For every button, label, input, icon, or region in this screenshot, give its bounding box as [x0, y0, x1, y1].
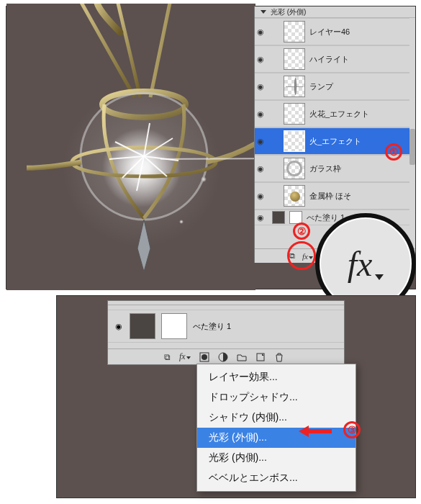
group-icon[interactable]	[237, 352, 247, 362]
visibility-eye-icon[interactable]: ◉	[256, 192, 265, 201]
layer-name[interactable]: ガラス枠	[309, 163, 407, 174]
red-circle-annotation	[287, 241, 316, 270]
layer-style-menu[interactable]: レイヤー効果... ドロップシャドウ... シャドウ (内側)... 光彩 (外…	[196, 364, 356, 492]
menu-item-inner-glow[interactable]: 光彩 (内側)...	[197, 448, 356, 468]
layer-name[interactable]: レイヤー46	[309, 27, 407, 37]
visibility-eye-icon[interactable]: ◉	[256, 82, 265, 91]
layers-panel-footer-zoom: ◉ べた塗り 1 ⧉ fx	[107, 300, 345, 365]
layer-list[interactable]: ◉ レイヤー46 ◉ ハイライト ◉ ランプ ◉ 火花_エフェクト ◉	[255, 18, 409, 248]
visibility-eye-icon[interactable]: ◉	[256, 55, 265, 64]
tutorial-badge-1: ①	[385, 143, 402, 161]
layer-thumbnail[interactable]	[284, 158, 305, 179]
menu-item-layer-effects[interactable]: レイヤー効果...	[197, 367, 356, 387]
menu-item-outer-glow[interactable]: 光彩 (外側)...	[197, 428, 356, 448]
svg-point-1	[81, 93, 207, 220]
tutorial-badge-3: ③	[343, 421, 361, 438]
visibility-eye-icon[interactable]: ◉	[114, 322, 124, 331]
scrollbar-thumb[interactable]	[409, 129, 415, 165]
new-layer-icon[interactable]	[255, 352, 266, 362]
svg-point-2	[72, 148, 216, 176]
layer-thumbnail[interactable]	[284, 76, 305, 97]
visibility-eye-icon[interactable]: ◉	[256, 213, 265, 222]
link-layers-icon[interactable]: ⧉	[164, 352, 171, 362]
visibility-eye-icon[interactable]: ◉	[256, 109, 265, 119]
bottom-illustration-frame: ◉ べた塗り 1 ⧉ fx レイヤー効果... ドロップシャドウ... シャドウ…	[56, 295, 416, 498]
layer-thumbnail[interactable]	[272, 211, 285, 224]
layer-thumbnail[interactable]	[284, 130, 305, 152]
effect-header-label: 光彩 (外側)	[271, 7, 306, 17]
disclosure-triangle-icon[interactable]	[261, 10, 266, 14]
svg-point-4	[202, 354, 207, 360]
menu-item-bevel-emboss[interactable]: ベベルとエンボス...	[197, 468, 356, 488]
layer-thumbnail[interactable]	[284, 103, 305, 125]
layer-thumbnail[interactable]	[284, 21, 305, 42]
svg-point-0	[102, 91, 186, 117]
red-arrow-annotation	[299, 426, 332, 437]
visibility-eye-icon[interactable]: ◉	[256, 27, 265, 37]
tutorial-badge-2: ②	[293, 222, 310, 240]
layer-row[interactable]: ◉ 金属枠 ほそ	[255, 182, 409, 210]
layer-thumbnail[interactable]	[284, 185, 305, 207]
layers-panel-header: 光彩 (外側)	[255, 6, 415, 18]
layer-mask-thumbnail[interactable]	[161, 313, 187, 339]
layers-panel-bottom-toolbar: ⧉ fx	[108, 348, 344, 364]
layer-row[interactable]: ◉ ハイライト	[255, 45, 409, 73]
layer-row[interactable]: ◉ べた塗り 1	[108, 310, 344, 343]
lamp-illustration	[27, 4, 255, 277]
layer-row[interactable]: ◉ レイヤー46	[255, 18, 409, 45]
visibility-eye-icon[interactable]: ◉	[256, 137, 265, 146]
layer-name[interactable]: 火花_エフェクト	[309, 109, 407, 120]
fx-button[interactable]: fx	[179, 351, 191, 362]
menu-item-inner-shadow[interactable]: シャドウ (内側)...	[197, 408, 356, 428]
visibility-eye-icon[interactable]: ◉	[256, 164, 265, 174]
artwork-canvas	[6, 4, 255, 290]
adjustment-icon[interactable]	[218, 352, 228, 362]
layer-name[interactable]: ハイライト	[309, 54, 407, 65]
layer-row[interactable]: ◉ ガラス枠	[255, 155, 409, 182]
layer-name[interactable]: 金属枠 ほそ	[309, 191, 407, 202]
trash-icon[interactable]	[274, 352, 284, 362]
layer-thumbnail[interactable]	[130, 313, 155, 339]
fx-zoom-label: fx	[348, 244, 384, 284]
layer-row[interactable]: ◉ 火花_エフェクト	[255, 100, 409, 127]
layer-row[interactable]: ◉ ランプ	[255, 73, 409, 100]
layer-name[interactable]: べた塗り 1	[193, 321, 231, 332]
mask-icon[interactable]	[199, 352, 209, 362]
chevron-down-icon	[375, 274, 384, 280]
layer-thumbnail[interactable]	[284, 48, 305, 70]
layer-name[interactable]: ランプ	[309, 81, 407, 92]
menu-item-drop-shadow[interactable]: ドロップシャドウ...	[197, 387, 356, 408]
